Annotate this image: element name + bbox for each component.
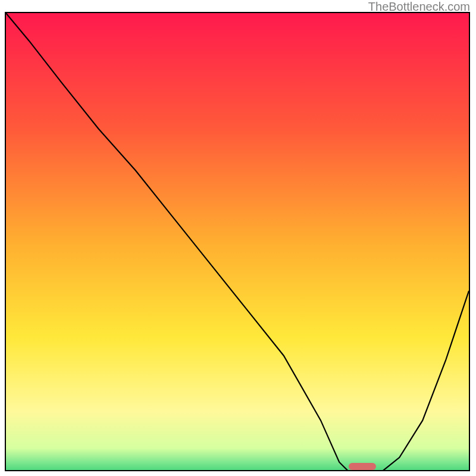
bottleneck-curve [6,13,469,471]
chart-frame [5,12,470,471]
optimal-point-marker [349,463,377,470]
